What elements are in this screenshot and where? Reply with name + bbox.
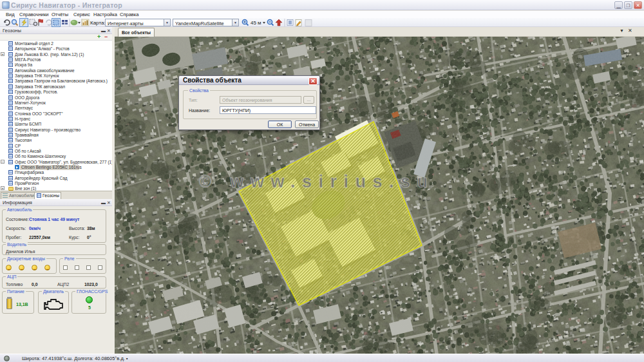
svg-text:45 м: 45 м bbox=[251, 20, 261, 26]
